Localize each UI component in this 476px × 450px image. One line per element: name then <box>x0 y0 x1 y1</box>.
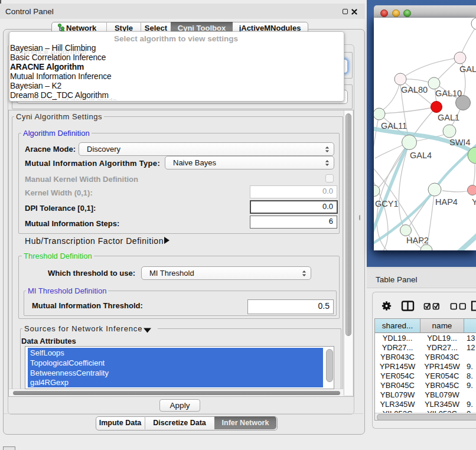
svg-text:GAL1: GAL1 <box>438 113 459 122</box>
svg-text:GAL2: GAL2 <box>459 64 476 74</box>
svg-text:GCY1: GCY1 <box>375 199 399 208</box>
svg-text:GAL80: GAL80 <box>401 85 428 94</box>
svg-text:YJ: YJ <box>472 197 476 207</box>
svg-text:HAP4: HAP4 <box>435 197 458 207</box>
svg-text:GAL11: GAL11 <box>381 121 407 131</box>
svg-text:SWI4: SWI4 <box>449 138 470 147</box>
svg-text:GAL4: GAL4 <box>410 151 432 160</box>
svg-text:GAL10: GAL10 <box>435 89 462 98</box>
svg-text:HAP2: HAP2 <box>406 236 429 245</box>
